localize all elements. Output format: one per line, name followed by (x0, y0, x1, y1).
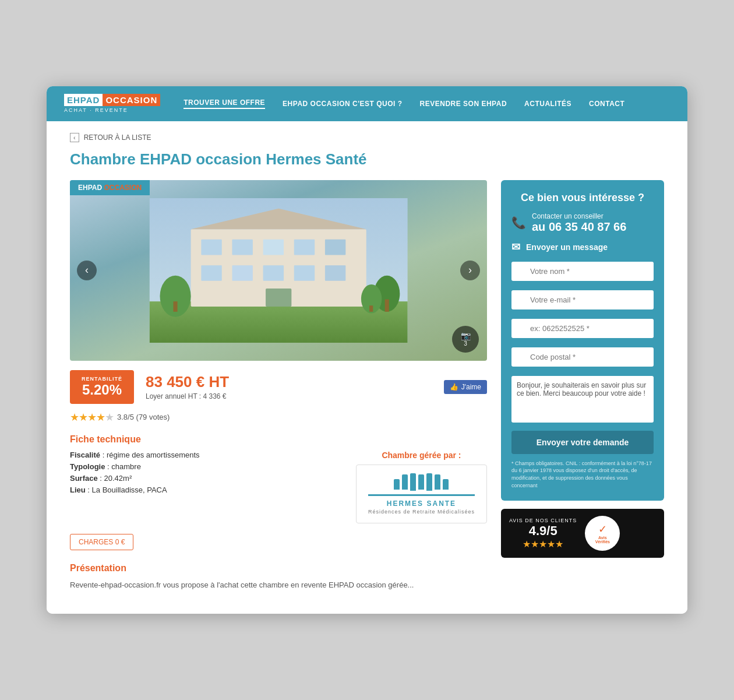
svg-rect-4 (232, 240, 252, 255)
nav-item-revendre[interactable]: REVENDRE SON EHPAD (420, 100, 507, 108)
rating-text: 3.8/5 (79 votes) (117, 413, 170, 421)
logo-subtitle: ACHAT · REVENTE (64, 107, 160, 113)
svg-rect-8 (201, 265, 221, 281)
stars-display: ★★★★★ (70, 411, 114, 424)
phone-number[interactable]: au 06 35 40 87 66 (532, 220, 626, 234)
like-button[interactable]: 👍 J'aime (444, 380, 487, 394)
fiche-layout: Fiscalité : régime des amortissements Ty… (70, 451, 487, 523)
gallery-next-button[interactable]: › (460, 261, 480, 280)
stars-row: ★★★★★ 3.8/5 (79 votes) (70, 411, 487, 424)
svg-rect-15 (173, 301, 177, 312)
page-content: ‹ RETOUR À LA LISTE Chambre EHPAD occasi… (47, 121, 687, 614)
svg-rect-3 (201, 240, 221, 255)
rentabilite-box: RENTABILITÉ 5.20% (70, 370, 134, 404)
submit-button[interactable]: Envoyer votre demande (511, 431, 654, 454)
gallery-container: EHPAD OCCASION (70, 180, 487, 361)
nav-item-trouver[interactable]: TROUVER UNE OFFRE (184, 99, 265, 109)
photo-count-badge: 📷 3 (452, 326, 479, 353)
charges-button[interactable]: CHARGES 0 € (70, 534, 133, 550)
contact-box: Ce bien vous intéresse ? 📞 Contacter un … (501, 180, 664, 501)
email-icon: ✉ (511, 241, 520, 254)
phone-icon: 📞 (511, 216, 526, 230)
postal-input-wrapper: 📍 (511, 347, 654, 371)
avis-score: 4.9/5 (509, 523, 577, 539)
fiche-title: Fiche technique (70, 434, 487, 445)
check-icon: ✓ (598, 523, 607, 536)
svg-rect-13 (266, 289, 291, 307)
price-value: 83 450 € HT (146, 373, 229, 391)
email-row: ✉ Envoyer un message (511, 241, 654, 254)
avis-box: AVIS DE NOS CLIENTS 4.9/5 ★★★★★ ✓ AvisVé… (501, 509, 664, 558)
fiche-lieu: Lieu : La Bouilladisse, PACA (70, 486, 344, 494)
logo-occasion: OCCASION (103, 94, 160, 106)
email-label: Envoyer un message (526, 242, 608, 252)
rentabilite-value: 5.20% (78, 382, 126, 398)
breadcrumb-label[interactable]: RETOUR À LA LISTE (84, 133, 151, 142)
nav-item-actualites[interactable]: ACTUALITÉS (524, 100, 571, 108)
pricing-row: RENTABILITÉ 5.20% 83 450 € HT Loyer annu… (70, 370, 487, 404)
email-input-wrapper: ✉ (511, 290, 654, 314)
svg-rect-7 (325, 240, 345, 255)
presentation-text: Revente-ehpad-occasion.fr vous propose à… (70, 579, 487, 591)
right-column: Ce bien vous intéresse ? 📞 Contacter un … (501, 180, 664, 558)
name-input[interactable] (511, 262, 654, 281)
rentabilite-label: RENTABILITÉ (78, 376, 126, 382)
gallery-image (70, 180, 487, 361)
avis-left: AVIS DE NOS CLIENTS 4.9/5 ★★★★★ (509, 518, 577, 550)
price-loyer: Loyer annuel HT : 4 336 € (146, 392, 229, 400)
gallery-prev-button[interactable]: ‹ (77, 261, 97, 280)
phone-input[interactable] (511, 319, 654, 338)
svg-rect-12 (325, 265, 345, 281)
like-icon: 👍 (450, 383, 458, 391)
hermes-name: HERMES SANTE (368, 500, 475, 508)
email-input[interactable] (511, 290, 654, 309)
hermes-subtitle: Résidences de Retraite Médicalisées (368, 509, 475, 515)
gallery-badge: EHPAD OCCASION (70, 180, 150, 195)
svg-rect-17 (384, 299, 389, 311)
svg-rect-19 (369, 305, 373, 312)
page-title: Chambre EHPAD occasion Hermes Santé (70, 150, 664, 168)
name-input-wrapper: 👤 (511, 262, 654, 286)
avis-stars: ★★★★★ (509, 539, 577, 550)
avis-verified-text: AvisVérifiés (595, 536, 610, 544)
left-column: EHPAD OCCASION (70, 180, 487, 591)
logo-ehpad: EHPAD (64, 94, 103, 106)
message-textarea[interactable]: Bonjour, je souhaiterais en savoir plus … (511, 376, 654, 423)
logo[interactable]: EHPAD OCCASION ACHAT · REVENTE (64, 94, 160, 113)
fiche-fiscalite: Fiscalité : régime des amortissements (70, 451, 344, 459)
nav-item-contact[interactable]: CONTACT (589, 100, 624, 108)
like-label: J'aime (461, 383, 481, 391)
badge-ehpad: EHPAD (78, 184, 102, 192)
svg-rect-5 (263, 240, 283, 255)
postal-input[interactable] (511, 347, 654, 367)
phone-input-wrapper: 🔑 (511, 319, 654, 343)
svg-rect-10 (263, 265, 283, 281)
hermes-logo-box: HERMES SANTE Résidences de Retraite Médi… (356, 465, 487, 523)
svg-rect-11 (294, 265, 315, 281)
nav-items: TROUVER UNE OFFRE EHPAD OCCASION C'EST Q… (184, 99, 670, 109)
avis-title: AVIS DE NOS CLIENTS (509, 518, 577, 523)
svg-rect-9 (232, 265, 252, 281)
contact-title: Ce bien vous intéresse ? (511, 192, 654, 204)
chambre-geree-block: Chambre gérée par : (356, 451, 487, 523)
back-arrow-icon: ‹ (70, 133, 79, 142)
photo-count: 3 (464, 340, 467, 347)
fiche-details: Fiscalité : régime des amortissements Ty… (70, 451, 344, 497)
avis-verified-badge: ✓ AvisVérifiés (585, 516, 620, 551)
price-block: 83 450 € HT Loyer annuel HT : 4 336 € (146, 373, 229, 400)
form-disclaimer: * Champs obligatoires. CNIL : conforméme… (511, 460, 654, 489)
presentation-title: Présentation (70, 563, 487, 574)
camera-icon: 📷 (461, 331, 471, 340)
breadcrumb[interactable]: ‹ RETOUR À LA LISTE (70, 133, 664, 142)
phone-label: Contacter un conseiller (532, 212, 626, 220)
chambre-geree-label: Chambre gérée par : (356, 451, 487, 460)
fiche-typologie: Typologie : chambre (70, 462, 344, 471)
svg-rect-6 (294, 240, 315, 255)
badge-occasion: OCCASION (104, 184, 142, 192)
navbar: EHPAD OCCASION ACHAT · REVENTE TROUVER U… (47, 86, 687, 121)
nav-item-cest-quoi[interactable]: EHPAD OCCASION C'EST QUOI ? (283, 100, 402, 108)
fiche-surface: Surface : 20.42m² (70, 474, 344, 483)
phone-row: 📞 Contacter un conseiller au 06 35 40 87… (511, 212, 654, 234)
